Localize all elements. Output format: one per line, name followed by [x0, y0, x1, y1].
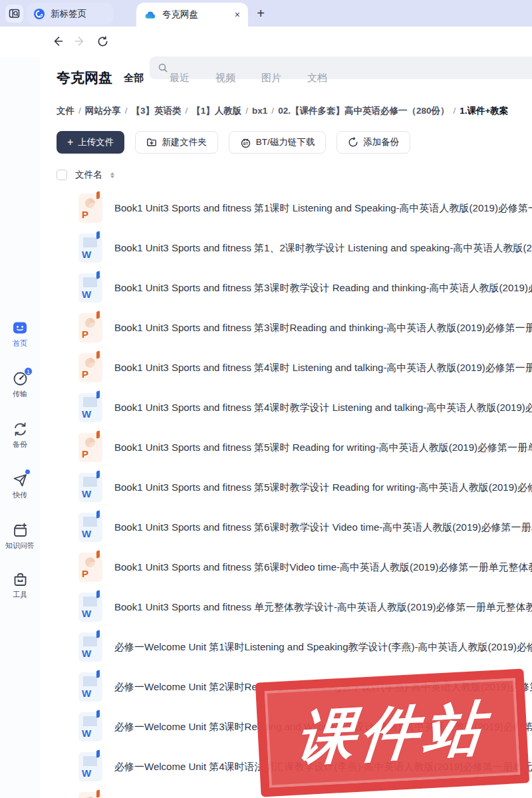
sort-icon[interactable]	[110, 172, 114, 178]
file-name: 必修一Welcome Unit 第1课时Listening and Speaki…	[114, 641, 532, 654]
breadcrumb-item-1[interactable]: 网站分享	[85, 106, 121, 116]
breadcrumb-separator: /	[186, 106, 188, 116]
new-folder-label: 新建文件夹	[162, 136, 207, 148]
word-file-icon: W	[78, 393, 102, 422]
tab-search-icon	[9, 8, 20, 19]
folder-plus-icon	[146, 137, 157, 148]
bt-magnet-download-button[interactable]: BT BT/磁力链下载	[229, 131, 327, 154]
filename-column-header: 文件名	[75, 169, 102, 181]
word-file-icon: W	[78, 273, 102, 303]
upload-file-label: 上传文件	[78, 136, 114, 148]
tab-filter-1[interactable]: 最近	[170, 72, 190, 84]
plus-icon: +	[67, 136, 73, 148]
powerpoint-file-icon: P	[78, 313, 102, 342]
new-folder-button[interactable]: 新建文件夹	[135, 131, 218, 154]
upload-file-button[interactable]: + 上传文件	[57, 131, 124, 154]
list-header: 文件名	[57, 169, 114, 181]
refresh-button[interactable]	[95, 34, 110, 49]
page-title: 夸克网盘	[57, 68, 112, 87]
file-name: Book1 Unit3 Sports and fitness 单元整体教学设计-…	[114, 601, 532, 614]
breadcrumb-separator: /	[125, 106, 128, 116]
powerpoint-file-icon: P	[78, 553, 102, 582]
table-row[interactable]: PBook1 Unit3 Sports and fitness 第1课时 Lis…	[0, 188, 532, 228]
breadcrumb-item-2[interactable]: 【3】英语类	[132, 106, 182, 116]
table-row[interactable]: WBook1 Unit3 Sports and fitness 第5课时教学设计…	[0, 467, 532, 507]
tab-search-button[interactable]	[5, 5, 23, 23]
file-name: Book1 Unit3 Sports and fitness 第3课时教学设计 …	[114, 282, 532, 295]
word-file-icon: W	[78, 473, 102, 502]
word-file-icon: W	[78, 632, 102, 662]
word-file-icon: W	[78, 593, 102, 622]
breadcrumb-separator: /	[271, 106, 274, 116]
quark-drive-page: 新标签页 夸克网盘 × + 首页1传输备份快传知识问答工具	[0, 0, 532, 798]
table-row[interactable]: WBook1 Unit3 Sports and fitness 第3课时教学设计…	[0, 268, 532, 308]
add-backup-label: 添加备份	[363, 136, 399, 148]
add-backup-button[interactable]: 添加备份	[336, 131, 410, 154]
breadcrumb-item-0[interactable]: 文件	[57, 106, 74, 116]
word-file-icon: W	[78, 712, 102, 741]
table-row[interactable]: WBook1 Unit3 Sports and fitness 第6课时教学设计…	[0, 507, 532, 547]
table-row[interactable]: WBook1 Unit3 Sports and fitness 单元整体教学设计…	[0, 587, 532, 627]
breadcrumb-item-5[interactable]: 02.【课件多套】高中英语必修一（280份）	[278, 106, 449, 116]
new-tab-button[interactable]: +	[253, 5, 269, 21]
table-row[interactable]: PBook1 Unit3 Sports and fitness 第4课时 Lis…	[0, 348, 532, 388]
file-name: Book1 Unit3 Sports and fitness 第4课时 List…	[114, 362, 532, 374]
tab-filter-0[interactable]: 全部	[124, 72, 144, 84]
backup-circle-icon	[348, 137, 358, 148]
file-name: Book1 Unit3 Sports and fitness 第4课时教学设计 …	[114, 402, 532, 414]
tab-label: 夸克网盘	[162, 9, 229, 21]
powerpoint-file-icon: P	[78, 433, 102, 462]
word-file-icon: W	[78, 513, 102, 542]
breadcrumb-separator: /	[245, 106, 248, 116]
quark-drive-logo-icon	[144, 9, 157, 21]
table-row[interactable]: PBook1 Unit3 Sports and fitness 第3课时Read…	[0, 308, 532, 348]
tab-filter-4[interactable]: 文档	[307, 72, 327, 84]
tab-label: 新标签页	[51, 8, 86, 20]
breadcrumb-item-4[interactable]: bx1	[252, 106, 267, 116]
toolbar: + 上传文件 新建文件夹 BT BT/磁力链下载 添加备份	[57, 131, 410, 154]
word-file-icon: W	[78, 752, 102, 781]
breadcrumb: 文件/网站分享/【3】英语类/【1】人教版/bx1/02.【课件多套】高中英语必…	[57, 105, 532, 117]
bt-download-label: BT/磁力链下载	[256, 136, 315, 148]
select-all-checkbox[interactable]	[57, 170, 67, 180]
tab-filter-3[interactable]: 图片	[261, 72, 281, 84]
powerpoint-file-icon: P	[78, 792, 102, 798]
table-row[interactable]: PBook1 Unit3 Sports and fitness 第6课时Vide…	[0, 547, 532, 587]
tab-filter-2[interactable]: 视频	[215, 72, 235, 84]
forward-button[interactable]	[73, 34, 88, 49]
bt-download-icon: BT	[240, 137, 251, 148]
file-name: Book1 Unit3 Sports and fitness 第1课时 List…	[114, 202, 532, 215]
view-tabs: 全部最近视频图片文档	[124, 72, 327, 84]
table-row[interactable]: WBook1 Unit3 Sports and fitness 第1、2课时教学…	[0, 228, 532, 268]
quark-browser-logo-icon	[33, 8, 45, 20]
browser-tab-newtab[interactable]: 新标签页	[27, 3, 113, 25]
watermark-text: 课件站	[293, 688, 491, 778]
browser-tab-quark-drive[interactable]: 夸克网盘 ×	[136, 3, 248, 27]
browser-nav-bar	[0, 27, 532, 57]
breadcrumb-item-3[interactable]: 【1】人教版	[192, 106, 241, 116]
file-name: Book1 Unit3 Sports and fitness 第1、2课时教学设…	[114, 242, 532, 255]
file-name: Book1 Unit3 Sports and fitness 第6课时教学设计 …	[114, 521, 532, 534]
powerpoint-file-icon: P	[78, 194, 102, 223]
watermark-stamp: 课件站	[255, 669, 529, 797]
word-file-icon: W	[78, 233, 102, 263]
svg-text:BT: BT	[243, 141, 249, 145]
table-row[interactable]: PBook1 Unit3 Sports and fitness 第5课时 Rea…	[0, 428, 532, 467]
file-name: Book1 Unit3 Sports and fitness 第3课时Readi…	[114, 322, 532, 334]
file-name: Book1 Unit3 Sports and fitness 第5课时 Read…	[114, 442, 532, 454]
powerpoint-file-icon: P	[78, 353, 102, 382]
word-file-icon: W	[78, 672, 102, 702]
tab-close-icon[interactable]: ×	[235, 9, 240, 20]
file-name: Book1 Unit3 Sports and fitness 第6课时Video…	[114, 561, 532, 574]
file-name: Book1 Unit3 Sports and fitness 第5课时教学设计 …	[114, 481, 532, 494]
browser-tab-bar: 新标签页 夸克网盘 × +	[0, 0, 532, 27]
table-row[interactable]: W必修一Welcome Unit 第1课时Listening and Speak…	[0, 627, 532, 667]
breadcrumb-separator: /	[453, 106, 456, 116]
table-row[interactable]: WBook1 Unit3 Sports and fitness 第4课时教学设计…	[0, 388, 532, 428]
breadcrumb-item-6[interactable]: 1.课件+教案	[460, 106, 508, 116]
back-button[interactable]	[50, 34, 65, 49]
breadcrumb-separator: /	[78, 106, 81, 116]
